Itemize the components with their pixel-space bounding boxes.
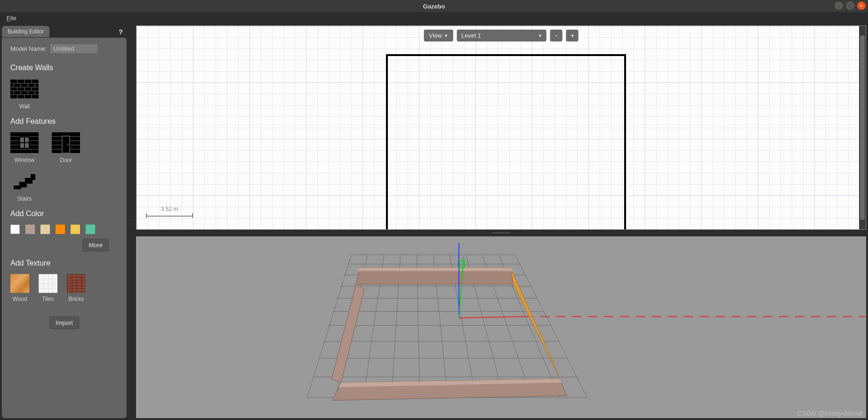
app-window: Gazebo – ▢ × File Building Editor ? Mode… bbox=[0, 0, 868, 420]
axis-y bbox=[459, 257, 464, 318]
view-2d[interactable]: 3.52 m View▼ Level 1▼ - + bbox=[136, 25, 866, 230]
palette-door[interactable]: Door bbox=[52, 132, 80, 163]
color-orange[interactable] bbox=[56, 225, 65, 234]
chevron-down-icon: ▼ bbox=[538, 33, 542, 38]
sidebar: Model Name: Create Walls Wall Add Featur… bbox=[2, 38, 127, 418]
split-handle[interactable] bbox=[136, 232, 866, 234]
level-select[interactable]: Level 1▼ bbox=[457, 30, 547, 41]
section-add-features: Add Features bbox=[10, 117, 118, 126]
svg-line-62 bbox=[515, 255, 587, 397]
svg-marker-68 bbox=[357, 267, 513, 271]
svg-line-52 bbox=[307, 255, 351, 397]
zoom-in-button[interactable]: + bbox=[566, 30, 579, 41]
import-button[interactable]: Import bbox=[49, 316, 79, 329]
scale-line-icon bbox=[146, 213, 193, 218]
color-green[interactable] bbox=[86, 225, 95, 234]
color-row bbox=[10, 225, 118, 234]
tab-building-editor[interactable]: Building Editor bbox=[2, 26, 49, 37]
svg-rect-36 bbox=[62, 136, 70, 153]
menubar: File bbox=[0, 12, 868, 24]
titlebar: Gazebo – ▢ × bbox=[0, 0, 868, 12]
color-beige[interactable] bbox=[40, 225, 50, 234]
zoom-out-button[interactable]: - bbox=[550, 30, 563, 41]
color-yellow[interactable] bbox=[71, 225, 80, 234]
tiles-icon bbox=[39, 274, 57, 293]
tiles-label: Tiles bbox=[42, 296, 54, 302]
color-white[interactable] bbox=[10, 225, 20, 234]
tab-row: Building Editor ? bbox=[2, 25, 127, 38]
more-button[interactable]: More bbox=[82, 239, 109, 251]
chevron-down-icon: ▼ bbox=[444, 33, 448, 38]
window-controls: – ▢ × bbox=[835, 1, 866, 10]
palette-window[interactable]: Window bbox=[10, 132, 39, 163]
model-name-label: Model Name: bbox=[10, 45, 47, 52]
door-icon bbox=[52, 132, 80, 153]
model-name-row: Model Name: bbox=[10, 44, 118, 53]
view2d-toolbar: View▼ Level 1▼ - + bbox=[424, 30, 579, 41]
scale-label: 3.52 m bbox=[161, 206, 178, 212]
texture-bricks[interactable]: Bricks bbox=[67, 274, 86, 302]
close-icon[interactable]: × bbox=[857, 1, 866, 10]
menu-file[interactable]: File bbox=[4, 14, 19, 23]
main-panels: 3.52 m View▼ Level 1▼ - + bbox=[136, 25, 866, 418]
palette-stairs[interactable]: Stairs bbox=[10, 171, 39, 202]
scale-bar: 3.52 m bbox=[146, 206, 193, 218]
section-create-walls: Create Walls bbox=[10, 64, 118, 72]
window-title: Gazebo bbox=[423, 3, 445, 10]
minimize-icon[interactable]: – bbox=[835, 1, 843, 10]
scene-3d bbox=[136, 236, 866, 418]
stairs-label: Stairs bbox=[17, 195, 32, 202]
sidebar-wrap: Building Editor ? Model Name: Create Wal… bbox=[2, 25, 127, 418]
content: Building Editor ? Model Name: Create Wal… bbox=[0, 24, 868, 420]
wall-icon bbox=[10, 79, 39, 99]
bricks-icon bbox=[67, 274, 86, 293]
floorplan-rect[interactable] bbox=[386, 54, 626, 230]
scrollbar-thumb[interactable] bbox=[860, 35, 865, 220]
scrollbar-vertical[interactable] bbox=[859, 26, 866, 229]
section-add-color: Add Color bbox=[10, 210, 118, 218]
texture-wood[interactable]: Wood bbox=[10, 274, 29, 302]
sidebar-resize-handle[interactable]: ⋮⋮ bbox=[129, 25, 133, 418]
door-label: Door bbox=[60, 157, 72, 163]
color-tan[interactable] bbox=[25, 225, 35, 234]
bricks-label: Bricks bbox=[69, 296, 84, 302]
palette-wall[interactable]: Wall bbox=[10, 79, 39, 110]
texture-tiles[interactable]: Tiles bbox=[39, 274, 57, 302]
view-3d[interactable] bbox=[136, 236, 866, 418]
svg-point-37 bbox=[67, 144, 69, 145]
wood-label: Wood bbox=[12, 296, 27, 302]
maximize-icon[interactable]: ▢ bbox=[846, 1, 854, 10]
help-button[interactable]: ? bbox=[115, 28, 127, 36]
wall-label: Wall bbox=[19, 103, 30, 110]
section-add-texture: Add Texture bbox=[10, 259, 118, 267]
svg-marker-65 bbox=[332, 284, 365, 382]
stairs-icon bbox=[10, 171, 39, 192]
view-dropdown[interactable]: View▼ bbox=[424, 30, 453, 41]
model-name-input[interactable] bbox=[50, 44, 97, 53]
window-label: Window bbox=[15, 157, 35, 163]
axis-x bbox=[459, 316, 524, 318]
wood-icon bbox=[10, 274, 29, 293]
window-icon bbox=[10, 132, 39, 153]
svg-marker-66 bbox=[510, 267, 560, 379]
